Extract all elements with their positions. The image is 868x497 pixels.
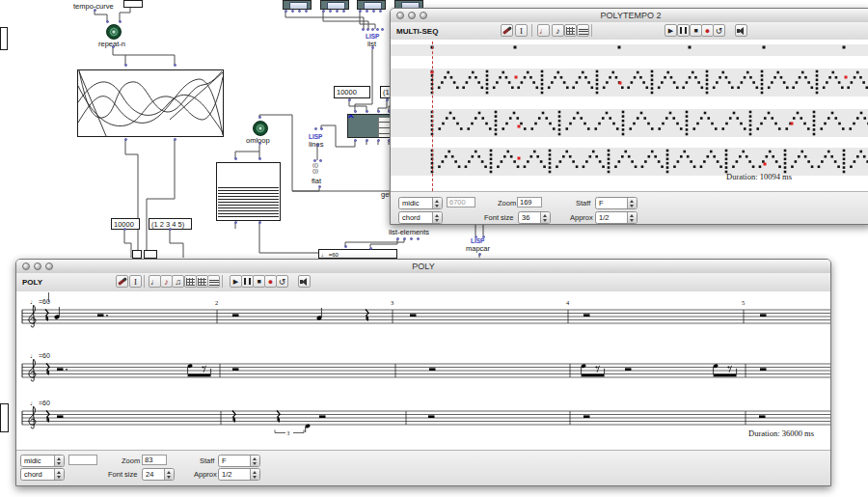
port-dot[interactable] (234, 221, 237, 224)
minimize-button[interactable] (408, 12, 416, 19)
port-dot[interactable] (305, 10, 308, 13)
staff-select[interactable]: F (595, 197, 637, 209)
port-dot[interactable] (329, 10, 332, 13)
voice-box-tempo[interactable]: ♩ =60 (318, 249, 397, 259)
stepper-icon[interactable] (432, 212, 442, 223)
stepper-icon[interactable] (250, 456, 259, 466)
port-dot[interactable] (285, 10, 287, 13)
factory-box[interactable] (357, 0, 386, 10)
port-dot[interactable] (258, 157, 261, 160)
port-dot[interactable] (369, 247, 372, 250)
fontsize-select[interactable]: 24 (142, 468, 175, 481)
port-dot[interactable] (234, 157, 237, 160)
param2-select[interactable]: chord (20, 468, 65, 481)
loop-icon[interactable]: ↺ (276, 275, 288, 288)
pause-icon[interactable] (677, 24, 690, 37)
bpf-curve-box[interactable] (77, 69, 224, 137)
grid-icon[interactable] (564, 24, 577, 37)
factory-box[interactable] (320, 0, 349, 10)
port-dot[interactable] (371, 28, 374, 31)
zoom-button[interactable] (45, 262, 53, 270)
stepper-icon[interactable] (54, 456, 64, 466)
midic-value-field[interactable] (68, 455, 97, 465)
play-icon[interactable]: ▶ (665, 24, 677, 37)
port-dot[interactable] (410, 237, 413, 240)
port-dot[interactable] (169, 228, 172, 231)
titlebar[interactable]: POLY (16, 260, 830, 274)
port-dot[interactable] (124, 64, 127, 67)
fontsize-select[interactable]: 36 (518, 211, 551, 224)
port-dot[interactable] (482, 235, 485, 238)
edit-cursor[interactable] (48, 292, 49, 302)
midic-value-field[interactable] (447, 197, 475, 207)
stepper-icon[interactable] (627, 212, 637, 223)
eighth-note-icon[interactable]: ♪ (552, 24, 564, 37)
playback-cursor[interactable] (432, 41, 433, 191)
port-dot[interactable] (366, 28, 369, 31)
port-dot[interactable] (124, 138, 127, 141)
port-dot[interactable] (396, 237, 399, 240)
port-dot[interactable] (258, 221, 261, 224)
speaker-icon[interactable] (298, 275, 311, 288)
staff-select[interactable]: F (218, 455, 260, 467)
port-dot[interactable] (354, 139, 357, 142)
staff-lines-icon[interactable] (207, 275, 220, 288)
multiseq-preview-box[interactable] (216, 162, 281, 221)
port-dot[interactable] (94, 9, 96, 12)
port-dot[interactable] (342, 10, 345, 13)
stepper-icon[interactable] (164, 469, 174, 480)
stepper-icon[interactable] (540, 212, 550, 223)
port-dot[interactable] (123, 228, 126, 231)
port-dot[interactable] (336, 10, 339, 13)
port-dot[interactable] (478, 253, 481, 256)
staff-system[interactable]: ♩ =603 (22, 400, 830, 436)
port-dot[interactable] (318, 185, 321, 188)
titlebar[interactable]: POLYTEMPO 2 (391, 9, 868, 23)
speaker-icon[interactable] (735, 24, 747, 37)
fragment-box[interactable] (123, 0, 143, 8)
staff-system[interactable]: ♩ =60 (22, 298, 830, 327)
port-dot[interactable] (291, 10, 294, 13)
port-dot[interactable] (119, 20, 122, 23)
factory-box[interactable] (283, 0, 312, 10)
param2-select[interactable]: chord (398, 211, 443, 224)
staff-system[interactable]: ♩ =60 (22, 352, 830, 381)
omloop-icon[interactable] (253, 121, 268, 136)
port-dot[interactable] (174, 64, 176, 67)
port-dot[interactable] (316, 144, 319, 147)
ibeam-icon[interactable]: I (129, 275, 142, 288)
param1-select[interactable]: midic (20, 455, 65, 467)
port-dot[interactable] (112, 45, 115, 48)
constant-box-10000[interactable]: 10000 (334, 86, 370, 98)
stepper-icon[interactable] (250, 469, 259, 480)
stepper-icon[interactable] (54, 469, 64, 480)
approx-select[interactable]: 1/2 (218, 468, 260, 481)
repeat-n-icon[interactable] (106, 24, 122, 40)
port-dot[interactable] (386, 98, 389, 101)
quarter-note-icon[interactable]: ♩ (537, 24, 550, 37)
port-dot[interactable] (322, 10, 325, 13)
pencil-icon[interactable] (116, 275, 128, 288)
port-dot[interactable] (106, 20, 109, 23)
zoom-field[interactable] (517, 197, 542, 207)
close-button[interactable] (22, 262, 30, 270)
port-dot[interactable] (376, 28, 379, 31)
port-dot[interactable] (377, 110, 380, 113)
port-dot[interactable] (381, 28, 384, 31)
port-dot[interactable] (417, 237, 420, 240)
stepper-icon[interactable] (627, 198, 637, 208)
port-dot[interactable] (359, 10, 362, 13)
port-dot[interactable] (366, 10, 368, 13)
port-dot[interactable] (403, 237, 406, 240)
port-dot[interactable] (313, 159, 316, 162)
port-dot[interactable] (379, 10, 382, 13)
port-dot[interactable] (377, 139, 380, 142)
fragment-box[interactable] (132, 250, 142, 259)
stepper-icon[interactable] (432, 198, 442, 208)
zoom-button[interactable] (420, 12, 427, 19)
approx-select[interactable]: 1/2 (595, 211, 637, 224)
fragment-box[interactable] (0, 403, 9, 432)
port-dot[interactable] (344, 245, 347, 248)
close-button[interactable] (396, 12, 404, 19)
zoom-field[interactable] (142, 455, 167, 465)
